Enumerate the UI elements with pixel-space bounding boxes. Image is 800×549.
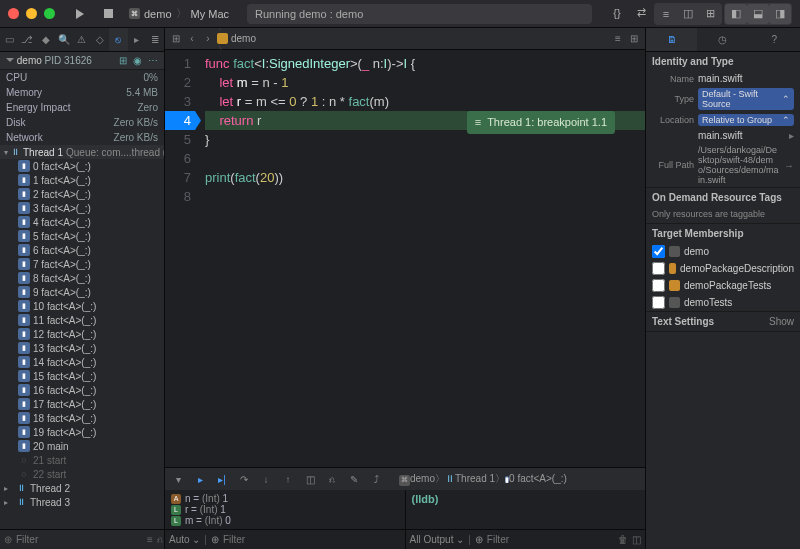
stack-frame[interactable]: ▮11 fact<A>(_:) xyxy=(0,313,164,327)
thread-1-item[interactable]: ▾⏸ Thread 1 Queue: com....thread (serial… xyxy=(0,145,164,159)
stack-frame[interactable]: ▮2 fact<A>(_:) xyxy=(0,187,164,201)
navigator-filter-input[interactable] xyxy=(16,534,143,545)
filter-icon[interactable]: ⋯ xyxy=(148,55,158,66)
line-number[interactable]: 2 xyxy=(165,73,191,92)
step-into-icon[interactable]: ↓ xyxy=(257,474,275,485)
source-control-navigator-tab[interactable]: ⎇ xyxy=(18,28,36,51)
toggle-panes-icon[interactable]: ◫ xyxy=(632,534,641,545)
reveal-path-icon[interactable]: → xyxy=(784,160,794,171)
stack-frame[interactable]: ▮14 fact<A>(_:) xyxy=(0,355,164,369)
code-line[interactable] xyxy=(205,149,645,168)
choose-location-icon[interactable]: ▸ xyxy=(789,130,794,141)
target-checkbox[interactable] xyxy=(652,279,665,292)
gauge-row[interactable]: Energy ImpactZero xyxy=(0,100,164,115)
project-navigator-tab[interactable]: ▭ xyxy=(0,28,18,51)
breakpoint-navigator-tab[interactable]: ▸ xyxy=(128,28,146,51)
target-checkbox[interactable] xyxy=(652,296,665,309)
line-number[interactable]: 8 xyxy=(165,187,191,206)
stack-frame[interactable]: ▮9 fact<A>(_:) xyxy=(0,285,164,299)
line-number[interactable]: 4 xyxy=(165,111,201,130)
stack-frame[interactable]: ▮10 fact<A>(_:) xyxy=(0,299,164,313)
line-number[interactable]: 5 xyxy=(165,130,191,149)
gauge-row[interactable]: NetworkZero KB/s xyxy=(0,130,164,145)
symbol-navigator-tab[interactable]: ◆ xyxy=(36,28,54,51)
target-membership-item[interactable]: demoTests xyxy=(646,294,800,311)
console-scope-selector[interactable]: All Output ⌄ xyxy=(410,534,465,545)
line-gutter[interactable]: 12345678 xyxy=(165,50,201,467)
stack-frame[interactable]: ▮1 fact<A>(_:) xyxy=(0,173,164,187)
stack-frame[interactable]: ▮5 fact<A>(_:) xyxy=(0,229,164,243)
jump-bar[interactable]: ⊞ ‹ › demo〉Sources〉demo〉Smain.swift〉ƒfac… xyxy=(165,28,645,50)
stack-frame[interactable]: ▮20 main xyxy=(0,439,164,453)
gauge-row[interactable]: DiskZero KB/s xyxy=(0,115,164,130)
stack-frame[interactable]: ▮16 fact<A>(_:) xyxy=(0,383,164,397)
canvas-button[interactable]: ⊞ xyxy=(699,4,721,24)
thread-2-item[interactable]: ▸⏸Thread 2 xyxy=(0,481,164,495)
scheme-selector[interactable]: ⌘ demo 〉 My Mac xyxy=(125,6,233,21)
close-window-button[interactable] xyxy=(8,8,19,19)
memory-graph-icon[interactable]: ⎌ xyxy=(323,474,341,485)
toggle-debug-button[interactable]: ⬓ xyxy=(747,4,769,24)
forward-icon[interactable]: › xyxy=(201,32,215,46)
stack-frame[interactable]: ▮17 fact<A>(_:) xyxy=(0,397,164,411)
add-editor-icon[interactable]: ⊞ xyxy=(627,32,641,46)
stack-frame[interactable]: ▮6 fact<A>(_:) xyxy=(0,243,164,257)
filter-threads-icon[interactable]: ≡ xyxy=(147,534,153,545)
file-name-field[interactable]: main.swift xyxy=(698,73,794,84)
find-navigator-tab[interactable]: 🔍 xyxy=(55,28,73,51)
zoom-window-button[interactable] xyxy=(44,8,55,19)
location-select[interactable]: Relative to Group⌃ xyxy=(698,114,794,126)
thread-3-item[interactable]: ▸⏸Thread 3 xyxy=(0,495,164,509)
variable-row[interactable]: Lm = (Int) 0 xyxy=(171,515,399,526)
standard-editor-button[interactable]: ≡ xyxy=(655,4,677,24)
debug-jumpbar-segment[interactable]: ⌘demo xyxy=(399,473,435,484)
environment-icon[interactable]: ✎ xyxy=(345,474,363,485)
location-icon[interactable]: ⤴ xyxy=(367,474,385,485)
code-line[interactable]: func fact<I:SignedInteger>(_ n:I)->I { xyxy=(205,54,645,73)
run-button[interactable] xyxy=(69,4,91,24)
stop-button[interactable] xyxy=(97,4,119,24)
code-line[interactable]: let r = m <= 0 ? 1 : n * fact(m) xyxy=(205,92,645,111)
report-navigator-tab[interactable]: ≣ xyxy=(146,28,164,51)
variable-row[interactable]: An = (Int) 1 xyxy=(171,493,399,504)
variables-scope-selector[interactable]: Auto ⌄ xyxy=(169,534,200,545)
editor-mode-segmented[interactable]: ≡ ◫ ⊞ xyxy=(654,3,722,25)
hide-debug-icon[interactable]: ▾ xyxy=(169,474,187,485)
step-over-icon[interactable]: ↷ xyxy=(235,474,253,485)
stack-frame[interactable]: ▮7 fact<A>(_:) xyxy=(0,257,164,271)
debug-jumpbar-segment[interactable]: ⏸Thread 1 xyxy=(445,473,495,484)
stack-frame[interactable]: ▮3 fact<A>(_:) xyxy=(0,201,164,215)
stack-frame[interactable]: ▮19 fact<A>(_:) xyxy=(0,425,164,439)
file-type-select[interactable]: Default - Swift Source⌃ xyxy=(698,88,794,110)
view-icon[interactable]: ◉ xyxy=(133,55,142,66)
code-line[interactable]: let m = n - 1 xyxy=(205,73,645,92)
stack-frame[interactable]: ▮0 fact<A>(_:) xyxy=(0,159,164,173)
code-line[interactable] xyxy=(205,187,645,206)
related-items-icon[interactable]: ⊞ xyxy=(169,32,183,46)
source-editor[interactable]: 12345678 func fact<I:SignedInteger>(_ n:… xyxy=(165,50,645,467)
panel-toggle-segmented[interactable]: ◧ ⬓ ◨ xyxy=(724,3,792,25)
test-navigator-tab[interactable]: ◇ xyxy=(91,28,109,51)
library-button[interactable]: {} xyxy=(606,3,628,23)
stack-frame[interactable]: ▮13 fact<A>(_:) xyxy=(0,341,164,355)
view-debug-icon[interactable]: ◫ xyxy=(301,474,319,485)
stack-frame[interactable]: ▮15 fact<A>(_:) xyxy=(0,369,164,383)
clear-console-icon[interactable]: 🗑 xyxy=(618,534,628,545)
line-number[interactable]: 7 xyxy=(165,168,191,187)
activity-viewer[interactable]: Running demo : demo xyxy=(247,4,592,24)
filter-crashed-icon[interactable]: ⎌ xyxy=(157,534,163,545)
thread-tree[interactable]: ▾⏸ Thread 1 Queue: com....thread (serial… xyxy=(0,145,164,529)
stack-frame[interactable]: ▮4 fact<A>(_:) xyxy=(0,215,164,229)
file-inspector-tab[interactable]: 🗎 xyxy=(646,28,697,51)
history-inspector-tab[interactable]: ◷ xyxy=(697,28,748,51)
console-view[interactable]: (lldb) xyxy=(406,490,646,529)
minimize-window-button[interactable] xyxy=(26,8,37,19)
debug-navigator-tab[interactable]: ⎋ xyxy=(109,28,127,51)
target-checkbox[interactable] xyxy=(652,262,665,275)
issue-navigator-tab[interactable]: ⚠ xyxy=(73,28,91,51)
debug-jumpbar[interactable]: ⌘demo〉⏸Thread 1〉▮0 fact<A>(_:) xyxy=(399,472,567,486)
expand-icon[interactable]: ⊞ xyxy=(119,55,127,66)
help-inspector-tab[interactable]: ? xyxy=(749,28,800,51)
gauge-row[interactable]: CPU0% xyxy=(0,70,164,85)
assistant-editor-button[interactable]: ◫ xyxy=(677,4,699,24)
